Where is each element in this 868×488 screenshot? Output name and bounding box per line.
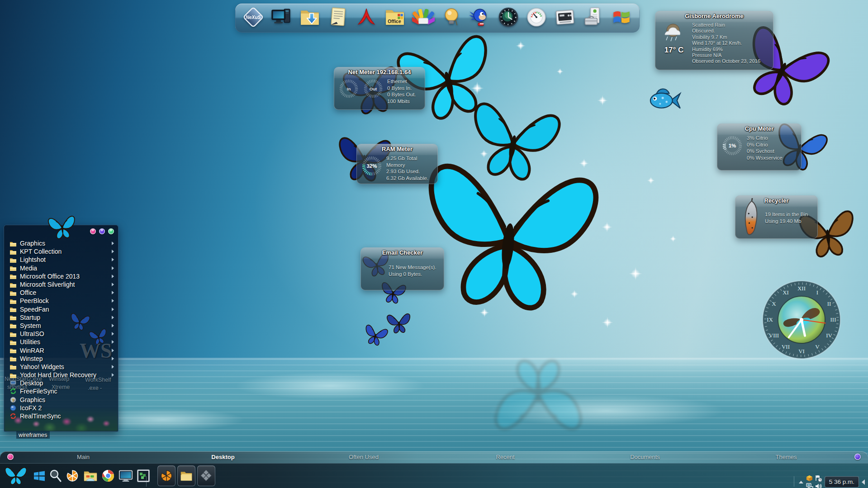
- tab-often-used[interactable]: Often Used: [349, 454, 379, 460]
- tray-network-icon[interactable]: [806, 483, 813, 488]
- color-swatches-icon[interactable]: [412, 5, 435, 29]
- tray-volume-icon[interactable]: [815, 483, 822, 488]
- weather-line: Humidity 69%: [692, 47, 760, 52]
- nexus-diamond-tile-button[interactable]: [197, 465, 215, 486]
- nexus-logo-icon[interactable]: NeXuS: [242, 5, 265, 29]
- menu-item-speedfan[interactable]: SpeedFan: [4, 305, 119, 313]
- menu-item-peerblock[interactable]: PeerBlock: [4, 297, 119, 305]
- tab-documents[interactable]: Documents: [630, 454, 660, 460]
- desktop-screen: NeXuS: [0, 0, 868, 488]
- net-meter-widget[interactable]: Net Meter 192.168.1.64 In Out Ethernet 0…: [334, 67, 425, 110]
- folder-icon: [9, 355, 17, 362]
- analog-clock-widget[interactable]: XII I II III IV V VI VII VIII IX X XI: [762, 280, 841, 360]
- sparkle: [597, 95, 608, 106]
- menu-item-winrar[interactable]: WinRAR: [4, 346, 119, 354]
- cpu-meter-widget[interactable]: Cpu Meter 1% 3% Citrio 0% Citrio 0% Svch…: [717, 123, 802, 171]
- folder-icon: [9, 306, 17, 313]
- windows-start-icon[interactable]: [33, 469, 46, 483]
- pinwheel-tile-button[interactable]: [157, 465, 175, 486]
- downloads-folder-icon[interactable]: [298, 5, 322, 29]
- cpu-line: 0% Citrio: [747, 142, 783, 148]
- ms-office-folder-icon[interactable]: Office: [383, 5, 407, 29]
- menu-item-label: Yodot Hard Drive Recovery: [20, 371, 109, 379]
- search-icon[interactable]: [49, 469, 62, 483]
- menu-item-realtimesync[interactable]: RealTimeSync: [4, 412, 119, 420]
- menu-item-freefilesync[interactable]: FreeFileSync: [4, 387, 119, 395]
- menu-item-desktop[interactable]: Desktop: [4, 379, 119, 387]
- menu-item-yahoo-widgets[interactable]: Yahoo! Widgets: [4, 363, 119, 371]
- dock-edge-arrow-icon[interactable]: [861, 479, 865, 485]
- weather-line: Visibility 9.7 Km: [692, 34, 760, 40]
- workstation-icon[interactable]: [270, 5, 294, 29]
- options-orb-button[interactable]: [99, 228, 105, 234]
- taskbar-left-orb-button[interactable]: [7, 454, 14, 460]
- menu-item-kpt-collection[interactable]: KPT Collection: [4, 247, 119, 256]
- clock-numeral: VIII: [769, 332, 779, 339]
- notes-document-icon[interactable]: [327, 5, 350, 29]
- tray-flag-clock-icon[interactable]: [815, 475, 822, 482]
- tab-recent[interactable]: Recent: [496, 454, 514, 460]
- folder-icon: [9, 314, 17, 321]
- menu-item-graphics-shortcut[interactable]: ?Graphics: [4, 396, 119, 404]
- menu-item-microsoft-office-2013[interactable]: Microsoft Office 2013: [4, 272, 119, 280]
- svg-text:1%: 1%: [729, 143, 736, 148]
- winstep-pinwheel-icon[interactable]: [66, 469, 79, 482]
- world-clock-icon[interactable]: [497, 5, 520, 29]
- sparkle: [669, 235, 677, 242]
- menu-item-label: IcoFX 2: [20, 404, 114, 412]
- menu-item-winstep[interactable]: Winstep: [4, 355, 119, 363]
- email-checker-widget[interactable]: Email Checker 71 New Message(s). Using 0…: [360, 247, 444, 290]
- clock-numeral: VII: [782, 343, 790, 350]
- start-butterfly-button[interactable]: [3, 464, 29, 487]
- menu-item-yodot-hard-drive-recovery[interactable]: Yodot Hard Drive Recovery: [4, 371, 119, 379]
- icofx-sphere-icon: [9, 404, 17, 411]
- butterfly-decoration: [39, 211, 85, 244]
- windows-logo-icon[interactable]: [610, 5, 633, 29]
- menu-item-label: Yahoo! Widgets: [20, 363, 109, 370]
- chevron-right-icon: [112, 250, 114, 253]
- ram-meter-widget[interactable]: RAM Meter 32% 9.25 Gb Total Memory 2.93 …: [356, 144, 438, 184]
- menu-item-media[interactable]: Media: [4, 264, 119, 272]
- file-explorer-icon[interactable]: [83, 469, 98, 483]
- light-bulb-icon[interactable]: [440, 5, 463, 29]
- desktop-icon-label[interactable]: wireframes: [16, 431, 50, 439]
- taskbar: Main Desktop Often Used Recent Documents…: [0, 451, 868, 488]
- folder-icon: [9, 248, 17, 255]
- tab-desktop[interactable]: Desktop: [211, 454, 234, 460]
- weather-widget[interactable]: Gisborne Aerodrome 17° C Scattered Rain …: [655, 11, 773, 70]
- menu-item-label: Graphics: [20, 396, 114, 403]
- menu-item-lightshot[interactable]: Lightshot: [4, 256, 119, 264]
- menu-item-label: SpeedFan: [20, 306, 109, 313]
- display-settings-icon[interactable]: [119, 469, 133, 483]
- tab-main[interactable]: Main: [77, 454, 90, 460]
- clock-numeral: IX: [767, 316, 773, 323]
- net-out-gauge: Out: [363, 78, 384, 99]
- print-server-icon[interactable]: [553, 5, 577, 29]
- pin-orb-button[interactable]: [108, 228, 114, 234]
- folder-icon: [9, 289, 17, 296]
- close-orb-button[interactable]: [90, 228, 96, 234]
- chrome-icon[interactable]: [101, 469, 115, 483]
- cpu-gauge: 1%: [721, 135, 743, 156]
- folder-icon: [9, 240, 17, 247]
- tray-expand-icon[interactable]: [798, 480, 804, 484]
- sparkle: [647, 176, 655, 185]
- taskbar-right-orb-button[interactable]: [854, 454, 861, 460]
- gauge-orb-icon[interactable]: [525, 5, 548, 29]
- apps-frame-icon[interactable]: [137, 469, 150, 483]
- folder-icon: [9, 273, 17, 280]
- taskbar-clock[interactable]: 5 36 p.m.: [825, 476, 859, 488]
- folder-tile-button[interactable]: [177, 465, 195, 486]
- menu-item-label: Microsoft Silverlight: [20, 281, 109, 288]
- weather-line: Pressure N/A: [692, 52, 760, 58]
- tray-cube-icon[interactable]: [806, 475, 813, 482]
- menu-item-startup[interactable]: Startup: [4, 313, 119, 322]
- tab-themes[interactable]: Themes: [776, 454, 797, 460]
- ram-line: 9.25 Gb Total Memory: [386, 155, 433, 168]
- pc-toolbox-icon[interactable]: [582, 5, 605, 29]
- sonic-icon[interactable]: [468, 5, 492, 29]
- menu-item-microsoft-silverlight[interactable]: Microsoft Silverlight: [4, 280, 119, 289]
- acrobat-reader-icon[interactable]: [355, 5, 379, 29]
- menu-item-icofx-2[interactable]: IcoFX 2: [4, 404, 119, 412]
- menu-item-office[interactable]: Office: [4, 289, 119, 297]
